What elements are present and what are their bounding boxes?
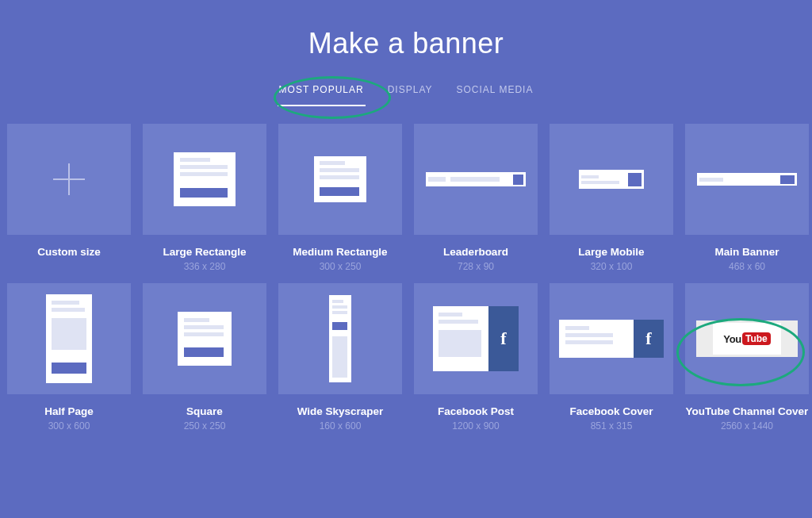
tile-square[interactable]: Square 250 x 250: [143, 283, 266, 432]
tile-label: Large Rectangle: [143, 246, 266, 258]
mock-large-mobile-icon: [579, 170, 644, 189]
youtube-logo-icon: YouTube: [713, 323, 781, 355]
tile-dim: 300 x 250: [278, 261, 402, 272]
mock-half-page-icon: [46, 294, 92, 383]
tile-label: Custom size: [7, 246, 131, 258]
youtube-tube: Tube: [742, 332, 771, 345]
tab-display[interactable]: DISPLAY: [386, 79, 435, 106]
tile-facebook-cover[interactable]: f Facebook Cover 851 x 315: [550, 283, 673, 432]
page-title: Make a banner: [0, 0, 812, 60]
tile-wide-skyscraper[interactable]: Wide Skyscraper 160 x 600: [278, 283, 402, 432]
mock-youtube-cover-icon: YouTube: [696, 320, 798, 357]
tile-dim: 320 x 100: [550, 261, 673, 272]
thumb-leaderboard: [414, 124, 538, 235]
tile-medium-rectangle[interactable]: Medium Rectangle 300 x 250: [278, 124, 402, 272]
thumb-facebook-cover: f: [550, 283, 673, 394]
mock-leaderboard-icon: [426, 172, 526, 186]
tile-dim: 851 x 315: [550, 420, 673, 432]
facebook-icon: f: [500, 328, 506, 349]
tile-label: Medium Rectangle: [278, 246, 402, 258]
tile-dim: 728 x 90: [414, 261, 538, 272]
mock-square-icon: [178, 312, 232, 366]
tile-dim: 2560 x 1440: [685, 420, 809, 432]
tile-label: Facebook Cover: [550, 405, 673, 417]
mock-large-rectangle-icon: [174, 152, 236, 206]
youtube-you: You: [723, 333, 741, 345]
tile-large-rectangle[interactable]: Large Rectangle 336 x 280: [143, 124, 266, 272]
tile-label: Square: [143, 405, 266, 417]
plus-icon: [53, 163, 85, 195]
thumb-youtube-channel-cover: YouTube: [685, 283, 809, 394]
tile-label: YouTube Channel Cover: [685, 405, 809, 417]
thumb-custom-size: [7, 124, 131, 235]
thumb-medium-rectangle: [278, 124, 402, 235]
mock-facebook-cover-icon: f: [559, 320, 664, 358]
tile-label: Half Page: [7, 405, 131, 417]
thumb-wide-skyscraper: [278, 283, 402, 394]
mock-medium-rectangle-icon: [314, 156, 366, 202]
tile-large-mobile[interactable]: Large Mobile 320 x 100: [550, 124, 673, 272]
mock-facebook-post-icon: f: [433, 306, 519, 371]
template-grid: Custom size Large Rectangle 336 x 280 Me…: [0, 106, 812, 432]
tile-dim: 1200 x 900: [414, 420, 538, 432]
facebook-icon: f: [645, 328, 651, 349]
tile-dim: 300 x 600: [7, 420, 131, 432]
tile-label: Main Banner: [685, 246, 809, 258]
thumb-large-mobile: [550, 124, 673, 235]
tile-label: Large Mobile: [550, 246, 673, 258]
tile-label: Leaderboard: [414, 246, 538, 258]
tile-half-page[interactable]: Half Page 300 x 600: [7, 283, 131, 432]
tile-facebook-post[interactable]: f Facebook Post 1200 x 900: [414, 283, 538, 432]
tab-most-popular[interactable]: MOST POPULAR: [278, 79, 366, 106]
tile-youtube-channel-cover[interactable]: YouTube YouTube Channel Cover 2560 x 144…: [685, 283, 809, 432]
thumb-main-banner: [685, 124, 809, 235]
thumb-half-page: [7, 283, 131, 394]
tile-dim: 160 x 600: [278, 420, 402, 432]
tile-label: Wide Skyscraper: [278, 405, 402, 417]
thumb-large-rectangle: [143, 124, 266, 235]
thumb-square: [143, 283, 266, 394]
tile-dim: 468 x 60: [685, 261, 809, 272]
tile-main-banner[interactable]: Main Banner 468 x 60: [685, 124, 809, 272]
tile-leaderboard[interactable]: Leaderboard 728 x 90: [414, 124, 538, 272]
tile-label: Facebook Post: [414, 405, 538, 417]
mock-wide-skyscraper-icon: [329, 295, 351, 382]
tabs: MOST POPULAR DISPLAY SOCIAL MEDIA: [0, 79, 812, 106]
tile-dim: 250 x 250: [143, 420, 266, 432]
thumb-facebook-post: f: [414, 283, 538, 394]
tile-custom-size[interactable]: Custom size: [7, 124, 131, 272]
tile-dim: 336 x 280: [143, 261, 266, 272]
tab-social-media[interactable]: SOCIAL MEDIA: [455, 79, 535, 106]
mock-main-banner-icon: [697, 173, 797, 186]
